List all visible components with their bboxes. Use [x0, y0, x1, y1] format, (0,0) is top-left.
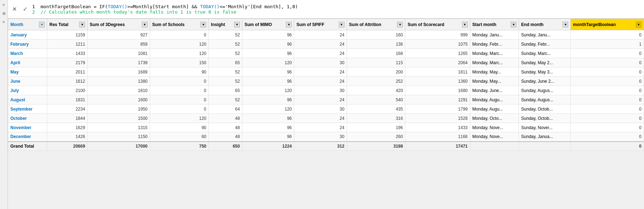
cell-month_target_boolean: 0 — [571, 104, 644, 114]
filter-insight-button[interactable]: ▼ — [234, 22, 240, 27]
cell-sum_scorecard: 1075 — [405, 40, 470, 49]
cell-sum_mimo: 120 — [242, 58, 294, 67]
cell-start_month: Monday, Nove... — [470, 132, 519, 142]
table-row: June1612138005296242521360Monday, May...… — [8, 77, 644, 86]
cell-sum_scorecard: 1799 — [405, 104, 470, 114]
cell-month_target_boolean: 0 — [571, 67, 644, 77]
sidebar-icon-1[interactable]: ≡ — [1, 1, 7, 8]
cell-res_total: 2179 — [47, 58, 88, 67]
table-header-row: Month ▼ Res Total ▼ Sum of 3Degrees — [8, 19, 644, 30]
confirm-formula-button[interactable]: ✓ — [21, 5, 29, 14]
cell-sum_schools: 0 — [150, 30, 209, 40]
cell-start_month: Monday, May... — [470, 67, 519, 77]
col-header-month-target-boolean: monthTargetBoolean ▼ — [571, 19, 644, 30]
grand-total-row: Grand Total20669170007506501224312319817… — [8, 142, 644, 151]
col-header-sum-attrition: Sum of Attrition ▼ — [347, 19, 405, 30]
filter-res-total-button[interactable]: ▼ — [79, 22, 85, 27]
filter-spiff-button[interactable]: ▼ — [339, 22, 345, 27]
cell-sum_3degrees: 1500 — [88, 114, 150, 123]
cell-month_target_boolean: 0 — [571, 58, 644, 67]
filter-3degrees-button[interactable]: ▼ — [142, 22, 148, 27]
filter-mimo-button[interactable]: ▼ — [286, 22, 292, 27]
table-body: January11599270529624160999Monday, Janu.… — [8, 30, 644, 151]
cell-end_month: Sunday, Febr... — [519, 40, 571, 49]
cell-sum_schools: 0 — [150, 95, 209, 104]
col-header-sum-schools: Sum of Schools ▼ — [150, 19, 209, 30]
cell-sum_attrition: 316 — [347, 114, 405, 123]
grand-total-cell-insight: 650 — [209, 142, 242, 151]
cell-month: June — [8, 77, 47, 86]
cell-sum_schools: 120 — [150, 40, 209, 49]
cell-end_month: Sunday, Augus... — [519, 95, 571, 104]
cell-end_month: Sunday, Nover... — [519, 123, 571, 132]
cell-month_target_boolean: 0 — [571, 132, 644, 142]
cell-sum_attrition: 420 — [347, 86, 405, 95]
filter-attrition-button[interactable]: ▼ — [397, 22, 403, 27]
grand-total-cell-sum_attrition: 3198 — [347, 142, 405, 151]
formula-icons: ✕ ✓ — [10, 5, 29, 14]
table-row: February12118591205296241361075Monday, F… — [8, 40, 644, 49]
cell-start_month: Monday, Marc... — [470, 49, 519, 58]
grand-total-cell-month: Grand Total — [8, 142, 47, 151]
grand-total-cell-sum_scorecard: 17471 — [405, 142, 470, 151]
cell-insight: 65 — [209, 58, 242, 67]
cell-sum_scorecard: 1291 — [405, 95, 470, 104]
cell-res_total: 2100 — [47, 86, 88, 95]
cell-sum_mimo: 96 — [242, 49, 294, 58]
data-table-container: Month ▼ Res Total ▼ Sum of 3Degrees — [8, 19, 644, 151]
filter-month-target-boolean-button[interactable]: ▼ — [636, 22, 641, 27]
cell-sum_scorecard: 1360 — [405, 77, 470, 86]
table-row: April2179173915065120301152064Monday, Ma… — [8, 58, 644, 67]
cell-res_total: 1433 — [47, 49, 88, 58]
filter-start-month-button[interactable]: ▼ — [511, 22, 516, 27]
cell-month_target_boolean: 0 — [571, 95, 644, 104]
data-table: Month ▼ Res Total ▼ Sum of 3Degrees — [8, 19, 644, 151]
cell-sum_schools: 150 — [150, 58, 209, 67]
cell-insight: 52 — [209, 95, 242, 104]
cell-month: March — [8, 49, 47, 58]
cell-res_total: 1211 — [47, 40, 88, 49]
col-header-sum-mimo: Sum of MIMO ▼ — [242, 19, 294, 30]
cell-sum_scorecard: 1265 — [405, 49, 470, 58]
cell-month_target_boolean: 1 — [571, 40, 644, 49]
cell-sum_mimo: 120 — [242, 104, 294, 114]
cell-sum_mimo: 96 — [242, 123, 294, 132]
formula-line-1: 1 monthTargetBoolean = IF(TODAY()>=Month… — [32, 4, 298, 9]
cell-sum_spiff: 24 — [294, 77, 347, 86]
cell-sum_schools: 120 — [150, 114, 209, 123]
cell-sum_attrition: 196 — [347, 123, 405, 132]
cell-sum_attrition: 136 — [347, 40, 405, 49]
table-row: May20111689905296242001811Monday, May...… — [8, 67, 644, 77]
cell-end_month: Sunday, May 2... — [519, 58, 571, 67]
cell-sum_scorecard: 999 — [405, 30, 470, 40]
cell-sum_attrition: 168 — [347, 49, 405, 58]
filter-end-month-button[interactable]: ▼ — [563, 22, 568, 27]
cell-month: July — [8, 86, 47, 95]
cell-month: October — [8, 114, 47, 123]
sidebar-icon-2[interactable]: ⊞ — [1, 10, 7, 16]
cell-sum_mimo: 120 — [242, 86, 294, 95]
filter-scorecard-button[interactable]: ▼ — [462, 22, 468, 27]
cell-start_month: Monday, Marc... — [470, 58, 519, 67]
cell-month_target_boolean: 0 — [571, 30, 644, 40]
cell-sum_attrition: 115 — [347, 58, 405, 67]
cell-sum_schools: 0 — [150, 77, 209, 86]
filter-month-button[interactable]: ▼ — [39, 22, 45, 27]
cell-month: May — [8, 67, 47, 77]
cell-sum_attrition: 540 — [347, 95, 405, 104]
grand-total-cell-sum_spiff: 312 — [294, 142, 347, 151]
col-header-sum-spiff: Sum of SPIFF ▼ — [294, 19, 347, 30]
cancel-formula-button[interactable]: ✕ — [10, 5, 19, 14]
cell-sum_3degrees: 859 — [88, 40, 150, 49]
cell-end_month: Sunday, Janu... — [519, 30, 571, 40]
cell-end_month: Sunday, June 2... — [519, 77, 571, 86]
cell-end_month: Sunday, Octob... — [519, 104, 571, 114]
cell-sum_3degrees: 1081 — [88, 49, 150, 58]
table-row: August1831160005296245401291Monday, Augu… — [8, 95, 644, 104]
cell-month_target_boolean: 0 — [571, 114, 644, 123]
sidebar-icon-3[interactable]: ≡ — [1, 19, 7, 25]
cell-month: August — [8, 95, 47, 104]
cell-insight: 65 — [209, 86, 242, 95]
filter-schools-button[interactable]: ▼ — [200, 22, 206, 27]
cell-sum_schools: 90 — [150, 123, 209, 132]
